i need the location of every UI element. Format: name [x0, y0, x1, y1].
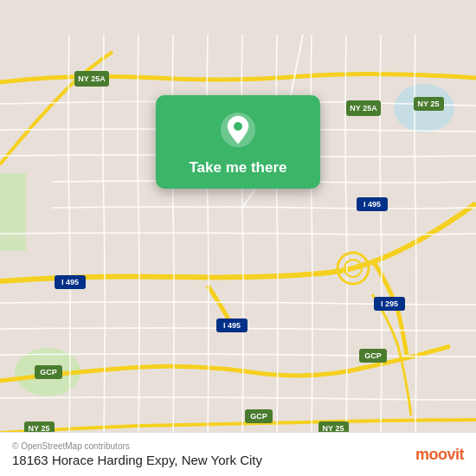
copyright-text: © OpenStreetMap contributors: [12, 441, 464, 451]
svg-text:GCP: GCP: [40, 368, 57, 376]
map-background: NY 25A NY 25A NY 25 I 495 I 495 I 495 I …: [0, 0, 476, 476]
svg-text:I 295: I 295: [381, 299, 398, 308]
info-bar: © OpenStreetMap contributors 18163 Horac…: [0, 432, 476, 476]
moovit-logo-text: moovit: [415, 446, 464, 463]
svg-rect-3: [0, 173, 26, 251]
svg-text:GCP: GCP: [364, 351, 382, 360]
take-me-there-label: Take me there: [189, 159, 286, 177]
address-text: 18163 Horace Harding Expy, New York City: [12, 453, 464, 467]
map-svg: NY 25A NY 25A NY 25 I 495 I 495 I 495 I …: [0, 0, 476, 476]
svg-text:I 495: I 495: [223, 321, 241, 330]
moovit-logo: moovit: [415, 446, 464, 464]
svg-text:I 495: I 495: [61, 278, 79, 286]
svg-text:NY 25A: NY 25A: [350, 104, 377, 113]
take-me-there-card[interactable]: Take me there: [156, 95, 320, 189]
svg-text:GCP: GCP: [250, 412, 267, 421]
svg-text:NY 25: NY 25: [418, 100, 440, 108]
location-pin-icon: [219, 111, 257, 149]
main-container: NY 25A NY 25A NY 25 I 495 I 495 I 495 I …: [0, 0, 476, 476]
svg-text:I 495: I 495: [363, 200, 381, 209]
svg-point-31: [234, 122, 242, 131]
svg-text:NY 25A: NY 25A: [78, 74, 106, 83]
